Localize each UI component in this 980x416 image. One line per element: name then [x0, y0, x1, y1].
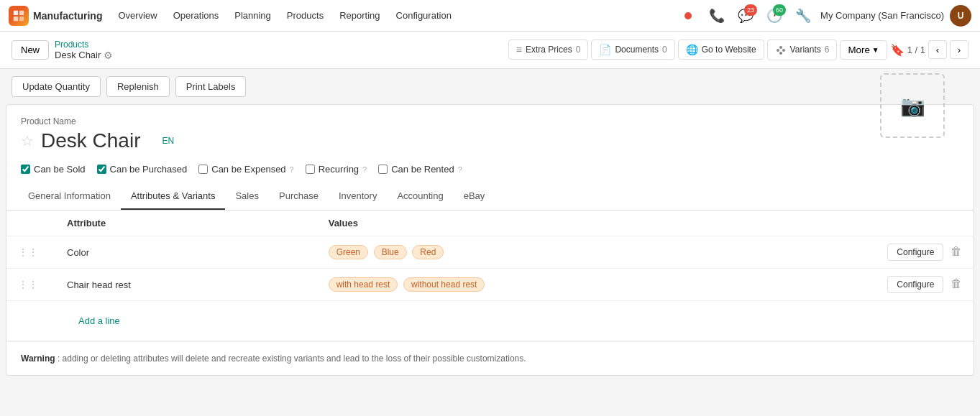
attribute-col-header: Attribute	[55, 211, 317, 236]
tag-blue: Blue	[374, 245, 407, 259]
tab-sales[interactable]: Sales	[225, 183, 269, 210]
bookmark-button[interactable]: 🔖	[890, 43, 905, 57]
row-actions-headrest: Configure 🗑	[866, 269, 974, 301]
product-header: Product Name ☆ Desk Chair EN 📷	[6, 105, 974, 158]
file-icon: 📄	[599, 44, 611, 55]
update-quantity-button[interactable]: Update Quantity	[12, 76, 101, 97]
topnav-right: 📞 💬 23 🕐 60 🔧 My Company (San Francisco)…	[677, 4, 971, 27]
can-be-sold-label: Can be Sold	[34, 164, 86, 175]
chat-icon-btn[interactable]: 💬 23	[734, 4, 757, 27]
breadcrumb-parent[interactable]: Products	[55, 40, 113, 50]
tab-attributes-variants[interactable]: Attributes & Variants	[121, 183, 226, 210]
goto-website-label: Go to Website	[702, 45, 756, 55]
tab-inventory[interactable]: Inventory	[329, 183, 387, 210]
svg-rect-0	[14, 10, 18, 14]
app-logo[interactable]: Manufacturing	[9, 6, 102, 26]
tabs: General Information Attributes & Variant…	[6, 183, 974, 211]
variants-count: 6	[825, 45, 830, 55]
variants-button[interactable]: Variants 6	[767, 40, 838, 60]
add-line-button[interactable]: Add a line	[67, 308, 132, 333]
activity-badge: 60	[773, 4, 786, 16]
nav-operations[interactable]: Operations	[166, 7, 226, 24]
can-be-sold-checkbox[interactable]: Can be Sold	[21, 164, 86, 175]
wrench-icon: 🔧	[795, 8, 811, 24]
nav-configuration[interactable]: Configuration	[389, 7, 459, 24]
can-be-rented-checkbox[interactable]: Can be Rented ?	[378, 164, 462, 175]
svg-point-4	[777, 49, 779, 52]
recurring-checkbox[interactable]: Recurring ?	[306, 164, 367, 175]
tag-without-head-rest: without head rest	[403, 277, 485, 292]
svg-point-7	[779, 52, 782, 55]
tab-purchase[interactable]: Purchase	[269, 183, 329, 210]
expensed-help-icon[interactable]: ?	[290, 165, 294, 174]
configure-color-button[interactable]: Configure	[887, 244, 943, 261]
pager-next-button[interactable]: ›	[950, 40, 968, 59]
tag-red: Red	[412, 245, 444, 259]
configure-headrest-button[interactable]: Configure	[887, 276, 943, 293]
goto-website-button[interactable]: 🌐 Go to Website	[678, 40, 764, 60]
settings-gear-icon[interactable]: ⚙	[104, 50, 113, 61]
warning-section: Warning : adding or deleting attributes …	[6, 341, 974, 375]
svg-rect-2	[14, 16, 18, 20]
table-row: ⋮⋮ Chair head rest with head rest withou…	[6, 269, 974, 301]
company-name: My Company (San Francisco)	[820, 10, 944, 21]
product-name-row: ☆ Desk Chair EN	[21, 129, 880, 152]
pager: 1 / 1 ‹ ›	[907, 40, 968, 59]
recurring-label: Recurring	[319, 164, 359, 175]
print-labels-button[interactable]: Print Labels	[175, 76, 247, 97]
replenish-button[interactable]: Replenish	[106, 76, 170, 97]
activity-icon-btn[interactable]: 🕐 60	[763, 4, 786, 27]
nav-overview[interactable]: Overview	[111, 7, 164, 24]
can-be-rented-label: Can be Rented	[391, 164, 454, 175]
list-icon: ≡	[516, 44, 522, 55]
phone-icon-btn[interactable]: 📞	[705, 4, 728, 27]
delete-color-button[interactable]: 🗑	[951, 245, 962, 258]
can-be-expensed-checkbox[interactable]: Can be Expensed ?	[198, 164, 293, 175]
chat-badge: 23	[744, 4, 757, 16]
actions-col-header	[866, 211, 974, 236]
extra-prices-button[interactable]: ≡ Extra Prices 0	[508, 40, 589, 60]
tab-general-information[interactable]: General Information	[18, 183, 121, 210]
checkboxes-row: Can be Sold Can be Purchased Can be Expe…	[6, 158, 974, 183]
drag-handle-icon[interactable]: ⋮⋮	[18, 279, 44, 290]
documents-button[interactable]: 📄 Documents 0	[591, 40, 674, 60]
more-label: More	[848, 45, 869, 55]
chevron-down-icon: ▼	[872, 46, 879, 54]
new-button[interactable]: New	[12, 40, 49, 60]
product-image-placeholder[interactable]: 📷	[880, 73, 945, 138]
can-be-expensed-label: Can be Expensed	[211, 164, 285, 175]
attributes-table: Attribute Values ⋮⋮ Color Green Blue Red…	[6, 211, 974, 341]
can-be-purchased-label: Can be Purchased	[110, 164, 188, 175]
action-row: Update Quantity Replenish Print Labels	[0, 69, 980, 104]
settings-icon-btn[interactable]: 🔧	[792, 4, 815, 27]
language-badge[interactable]: EN	[162, 136, 174, 146]
attribute-color: Color	[55, 236, 317, 269]
toolbar-actions: ≡ Extra Prices 0 📄 Documents 0 🌐 Go to W…	[508, 40, 968, 60]
pager-prev-button[interactable]: ‹	[928, 40, 947, 59]
documents-count: 0	[662, 45, 667, 55]
favorite-star-icon[interactable]: ☆	[21, 132, 34, 149]
delete-headrest-button[interactable]: 🗑	[951, 277, 962, 290]
drag-col-header	[6, 211, 55, 236]
recurring-help-icon[interactable]: ?	[362, 165, 367, 174]
nav-reporting[interactable]: Reporting	[332, 7, 387, 24]
documents-label: Documents	[615, 45, 659, 55]
tab-ebay[interactable]: eBay	[454, 183, 495, 210]
nav-products[interactable]: Products	[280, 7, 331, 24]
tab-accounting[interactable]: Accounting	[387, 183, 453, 210]
drag-handle-icon[interactable]: ⋮⋮	[18, 246, 44, 258]
rented-help-icon[interactable]: ?	[458, 165, 462, 174]
tag-with-head-rest: with head rest	[329, 277, 398, 292]
table-row: ⋮⋮ Color Green Blue Red Configure 🗑	[6, 236, 974, 269]
more-button[interactable]: More ▼	[840, 40, 887, 60]
nav-planning[interactable]: Planning	[227, 7, 278, 24]
svg-point-6	[782, 49, 785, 52]
status-dot[interactable]	[677, 4, 700, 27]
breadcrumb-current: Desk Chair ⚙	[55, 50, 113, 61]
globe-icon: 🌐	[686, 44, 698, 55]
warning-text: : adding or deleting attributes will del…	[58, 353, 526, 364]
can-be-purchased-checkbox[interactable]: Can be Purchased	[97, 164, 188, 175]
values-headrest: with head rest without head rest	[317, 269, 866, 301]
top-navigation: Manufacturing Overview Operations Planni…	[0, 0, 980, 32]
user-avatar[interactable]: U	[950, 5, 971, 27]
